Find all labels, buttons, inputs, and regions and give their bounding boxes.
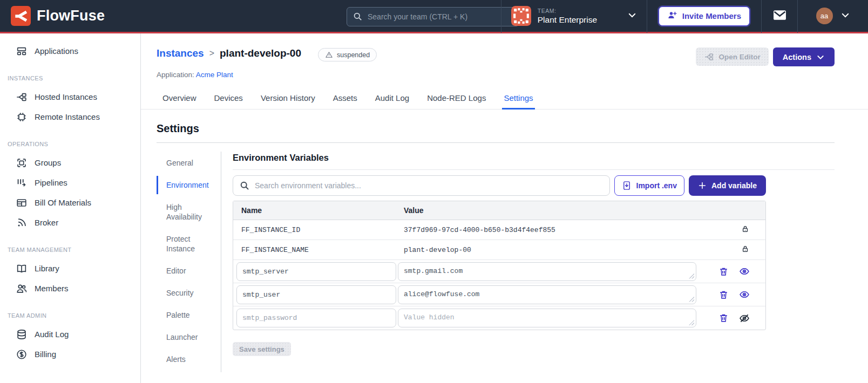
- env-var-name-input[interactable]: [236, 309, 396, 327]
- sidebar: Applications INSTANCES Hosted Instances …: [0, 33, 141, 383]
- main-content: Instances > plant-develop-00 suspended O…: [141, 33, 868, 383]
- subnav-protect-instance[interactable]: Protect Instance: [157, 230, 221, 258]
- lock-icon: [741, 244, 750, 256]
- chevron-down-icon: [627, 10, 637, 22]
- chevron-down-icon: [840, 10, 850, 22]
- eye-icon: [739, 266, 750, 277]
- user-menu[interactable]: aa: [798, 8, 868, 24]
- sidebar-item-label: Hosted Instances: [35, 92, 97, 101]
- env-var-value: plant-develop-00: [398, 246, 697, 254]
- hide-value-button[interactable]: [739, 313, 750, 324]
- sidebar-item-label: Remote Instances: [35, 112, 100, 121]
- env-var-name: FF_INSTANCE_ID: [233, 226, 398, 234]
- application-link[interactable]: Acme Plant: [196, 71, 233, 79]
- warning-icon: [325, 51, 333, 59]
- sidebar-item-label: Applications: [35, 46, 78, 56]
- actions-label: Actions: [783, 53, 811, 61]
- chevron-down-icon: [816, 53, 825, 61]
- invite-members-button[interactable]: Invite Members: [659, 6, 750, 26]
- sidebar-item-members[interactable]: Members: [0, 278, 140, 298]
- applications-icon: [16, 45, 28, 57]
- flowfuse-app: FlowFuse: [0, 0, 868, 383]
- actions-button[interactable]: Actions: [773, 47, 835, 66]
- sidebar-item-bill-of-materials[interactable]: Bill Of Materials: [0, 193, 140, 213]
- sidebar-item-label: Library: [35, 264, 59, 273]
- subnav-security[interactable]: Security: [157, 284, 221, 302]
- subnav-palette[interactable]: Palette: [157, 306, 221, 324]
- delete-variable-button[interactable]: [718, 313, 729, 323]
- team-selector[interactable]: TEAM: Plant Enterprise: [501, 6, 647, 26]
- bill-of-materials-icon: [16, 197, 28, 209]
- env-var-value-input[interactable]: [398, 309, 696, 327]
- env-var-value-input[interactable]: smtp.gmail.com: [398, 262, 696, 281]
- top-navbar: FlowFuse: [0, 0, 868, 33]
- sidebar-item-audit-log[interactable]: Audit Log: [0, 324, 140, 344]
- tab-assets[interactable]: Assets: [331, 88, 359, 110]
- trash-icon: [718, 266, 729, 277]
- delete-variable-button[interactable]: [718, 266, 729, 277]
- breadcrumb-separator: >: [209, 49, 214, 58]
- table-row-smtp-user: alice@flowfuse.com: [233, 283, 765, 306]
- sidebar-item-label: Members: [35, 284, 69, 293]
- pipelines-icon: [16, 177, 28, 189]
- show-value-button[interactable]: [739, 266, 750, 277]
- sidebar-item-label: Billing: [35, 350, 56, 359]
- env-var-name-input[interactable]: [236, 262, 396, 281]
- brand[interactable]: FlowFuse: [11, 6, 105, 26]
- save-settings-button[interactable]: Save settings: [233, 342, 291, 356]
- tab-overview[interactable]: Overview: [161, 88, 198, 110]
- table-row-smtp-password: [233, 306, 765, 330]
- sidebar-section-team-management: TEAM MANAGEMENT: [8, 247, 140, 253]
- sidebar-item-library[interactable]: Library: [0, 258, 140, 278]
- tab-version-history[interactable]: Version History: [259, 88, 317, 110]
- env-var-name-input[interactable]: [236, 285, 396, 304]
- sidebar-item-groups[interactable]: Groups: [0, 153, 140, 173]
- import-env-label: Import .env: [636, 181, 677, 190]
- subnav-editor[interactable]: Editor: [157, 262, 221, 280]
- subnav-alerts[interactable]: Alerts: [157, 350, 221, 368]
- sidebar-item-hosted-instances[interactable]: Hosted Instances: [0, 87, 140, 107]
- subnav-general[interactable]: General: [157, 154, 221, 172]
- avatar: aa: [816, 8, 833, 24]
- sidebar-item-label: Pipelines: [35, 178, 67, 187]
- open-editor-button[interactable]: Open Editor: [696, 47, 769, 66]
- sidebar-item-applications[interactable]: Applications: [0, 41, 140, 61]
- plus-icon: [698, 181, 707, 190]
- sidebar-item-broker[interactable]: Broker: [0, 213, 140, 232]
- env-var-value-input[interactable]: alice@flowfuse.com: [398, 285, 696, 304]
- breadcrumb: Instances > plant-develop-00: [157, 47, 301, 59]
- invite-members-label: Invite Members: [682, 11, 741, 20]
- table-row-ff-instance-id: FF_INSTANCE_ID 37f7d969-97cd-4000-b650-b…: [233, 220, 765, 240]
- subnav-environment[interactable]: Environment: [157, 176, 221, 194]
- sidebar-item-label: Broker: [35, 218, 58, 227]
- breadcrumb-instances-link[interactable]: Instances: [157, 47, 204, 59]
- flowfuse-logo-icon: [11, 6, 31, 26]
- import-env-button[interactable]: Import .env: [614, 175, 684, 196]
- broker-icon: [16, 217, 28, 229]
- search-icon: [352, 11, 363, 24]
- sidebar-item-remote-instances[interactable]: Remote Instances: [0, 107, 140, 127]
- user-plus-icon: [667, 10, 677, 22]
- tab-settings[interactable]: Settings: [502, 88, 534, 110]
- open-editor-label: Open Editor: [719, 53, 761, 61]
- subnav-launcher[interactable]: Launcher: [157, 328, 221, 346]
- settings-title: Settings: [157, 122, 835, 135]
- navbar-right: TEAM: Plant Enterprise Invite Members: [501, 0, 868, 32]
- env-var-name: FF_INSTANCE_NAME: [233, 246, 398, 254]
- sidebar-item-billing[interactable]: Billing: [0, 344, 140, 364]
- status-badge-label: suspended: [337, 51, 370, 59]
- application-line: Application: Acme Plant: [157, 71, 835, 79]
- notifications-button[interactable]: [762, 10, 797, 23]
- brand-name: FlowFuse: [37, 8, 105, 24]
- team-search-input[interactable]: [347, 7, 519, 26]
- tab-node-red-logs[interactable]: Node-RED Logs: [425, 88, 487, 110]
- env-search-input[interactable]: [233, 175, 610, 196]
- delete-variable-button[interactable]: [718, 290, 729, 300]
- show-value-button[interactable]: [739, 289, 750, 300]
- subnav-high-availability[interactable]: High Availability: [157, 198, 221, 226]
- tab-devices[interactable]: Devices: [213, 88, 245, 110]
- tab-audit-log[interactable]: Audit Log: [374, 88, 411, 110]
- sidebar-item-pipelines[interactable]: Pipelines: [0, 173, 140, 193]
- billing-icon: [16, 348, 28, 360]
- add-variable-button[interactable]: Add variable: [689, 175, 766, 196]
